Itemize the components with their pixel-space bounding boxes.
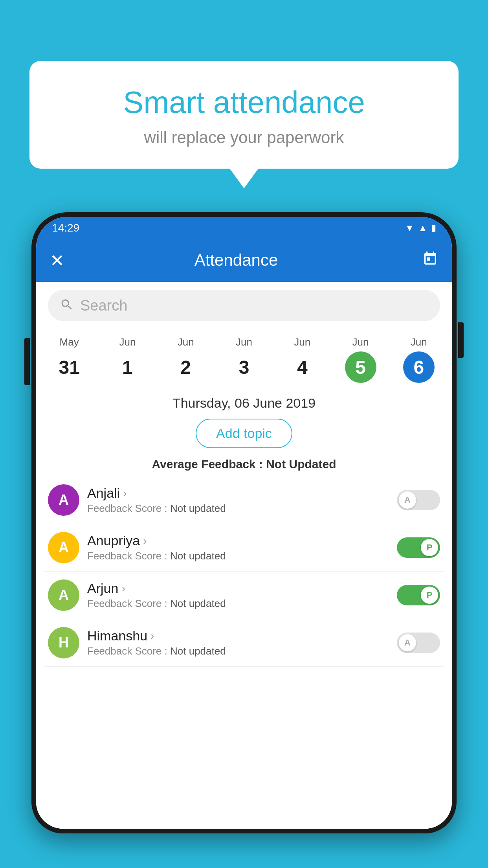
cal-month: Jun xyxy=(236,336,252,348)
student-name: Anupriya › xyxy=(87,533,389,548)
wifi-icon: ▼ xyxy=(405,223,414,234)
avatar: H xyxy=(48,627,79,658)
student-info: Himanshu ›Feedback Score : Not updated xyxy=(87,628,389,657)
calendar-button[interactable] xyxy=(422,251,438,270)
content-area: Search May31Jun1Jun2Jun3Jun4Jun5Jun6 Thu… xyxy=(36,282,452,829)
avg-feedback-label: Average Feedback : xyxy=(152,458,266,471)
add-topic-container: Add topic xyxy=(36,419,452,448)
toggle-container: A xyxy=(397,633,440,653)
cal-month: Jun xyxy=(294,336,310,348)
cal-month: May xyxy=(60,336,79,348)
cal-date[interactable]: 1 xyxy=(112,351,143,383)
cal-date[interactable]: 2 xyxy=(170,351,202,383)
average-feedback: Average Feedback : Not Updated xyxy=(36,452,452,476)
status-bar: 14:29 ▼ ▲ ▮ xyxy=(36,217,452,239)
calendar-day[interactable]: Jun6 xyxy=(390,333,448,386)
student-name: Himanshu › xyxy=(87,628,389,644)
toggle-knob: A xyxy=(399,491,416,509)
calendar-strip: May31Jun1Jun2Jun3Jun4Jun5Jun6 xyxy=(40,325,448,390)
cal-date[interactable]: 5 xyxy=(345,351,376,383)
student-feedback: Feedback Score : Not updated xyxy=(87,598,389,610)
app-bar: ✕ Attendance xyxy=(36,239,452,282)
close-button[interactable]: ✕ xyxy=(50,250,73,270)
calendar-day[interactable]: Jun2 xyxy=(157,333,215,386)
student-item[interactable]: AArjun ›Feedback Score : Not updatedP xyxy=(44,572,444,619)
student-feedback: Feedback Score : Not updated xyxy=(87,645,389,657)
toggle-knob: P xyxy=(421,539,438,556)
student-name: Arjun › xyxy=(87,581,389,596)
avatar: A xyxy=(48,484,79,516)
chevron-icon: › xyxy=(121,582,125,595)
phone-outer: 14:29 ▼ ▲ ▮ ✕ Attendance xyxy=(31,212,457,833)
add-topic-button[interactable]: Add topic xyxy=(196,419,292,448)
student-feedback: Feedback Score : Not updated xyxy=(87,550,389,562)
search-placeholder: Search xyxy=(80,297,127,314)
phone-screen: 14:29 ▼ ▲ ▮ ✕ Attendance xyxy=(36,217,452,829)
search-bar[interactable]: Search xyxy=(48,290,440,321)
selected-date-text: Thursday, 06 June 2019 xyxy=(36,390,452,415)
calendar-day[interactable]: Jun1 xyxy=(98,333,156,386)
calendar-day[interactable]: May31 xyxy=(40,333,98,386)
speech-bubble: Smart attendance will replace your paper… xyxy=(29,61,459,169)
cal-month: Jun xyxy=(411,336,427,348)
search-bar-container: Search xyxy=(36,282,452,325)
calendar-day[interactable]: Jun5 xyxy=(331,333,389,386)
cal-date[interactable]: 31 xyxy=(53,351,85,383)
avg-feedback-value: Not Updated xyxy=(266,458,336,471)
calendar-day[interactable]: Jun3 xyxy=(215,333,273,386)
chevron-icon: › xyxy=(143,535,147,547)
cal-month: Jun xyxy=(178,336,194,348)
student-item[interactable]: HHimanshu ›Feedback Score : Not updatedA xyxy=(44,619,444,667)
attendance-toggle[interactable]: A xyxy=(397,633,440,653)
toggle-container: P xyxy=(397,585,440,605)
student-item[interactable]: AAnjali ›Feedback Score : Not updatedA xyxy=(44,476,444,524)
status-time: 14:29 xyxy=(52,222,79,234)
student-item[interactable]: AAnupriya ›Feedback Score : Not updatedP xyxy=(44,524,444,572)
student-info: Anupriya ›Feedback Score : Not updated xyxy=(87,533,389,562)
toggle-container: P xyxy=(397,537,440,558)
battery-icon: ▮ xyxy=(431,223,436,233)
attendance-toggle[interactable]: P xyxy=(397,537,440,558)
cal-date[interactable]: 3 xyxy=(228,351,260,383)
avatar: A xyxy=(48,579,79,611)
cal-date[interactable]: 6 xyxy=(403,351,435,383)
avatar: A xyxy=(48,532,79,563)
phone-container: 14:29 ▼ ▲ ▮ ✕ Attendance xyxy=(31,212,457,868)
speech-bubble-subtitle: will replace your paperwork xyxy=(49,128,439,147)
app-bar-title: Attendance xyxy=(73,251,399,270)
student-info: Anjali ›Feedback Score : Not updated xyxy=(87,485,389,515)
attendance-toggle[interactable]: P xyxy=(397,585,440,605)
cal-month: Jun xyxy=(119,336,136,348)
chevron-icon: › xyxy=(123,487,127,500)
cal-month: Jun xyxy=(352,336,369,348)
status-icons: ▼ ▲ ▮ xyxy=(405,223,436,234)
student-feedback: Feedback Score : Not updated xyxy=(87,502,389,515)
calendar-day[interactable]: Jun4 xyxy=(273,333,331,386)
student-name: Anjali › xyxy=(87,485,389,501)
chevron-icon: › xyxy=(150,630,154,642)
toggle-knob: P xyxy=(421,587,438,604)
student-info: Arjun ›Feedback Score : Not updated xyxy=(87,581,389,610)
speech-bubble-title: Smart attendance xyxy=(49,85,439,120)
cal-date[interactable]: 4 xyxy=(286,351,318,383)
search-icon xyxy=(60,298,74,313)
toggle-container: A xyxy=(397,490,440,510)
attendance-toggle[interactable]: A xyxy=(397,490,440,510)
student-list: AAnjali ›Feedback Score : Not updatedAAA… xyxy=(36,476,452,667)
toggle-knob: A xyxy=(399,634,416,651)
signal-icon: ▲ xyxy=(418,223,427,234)
